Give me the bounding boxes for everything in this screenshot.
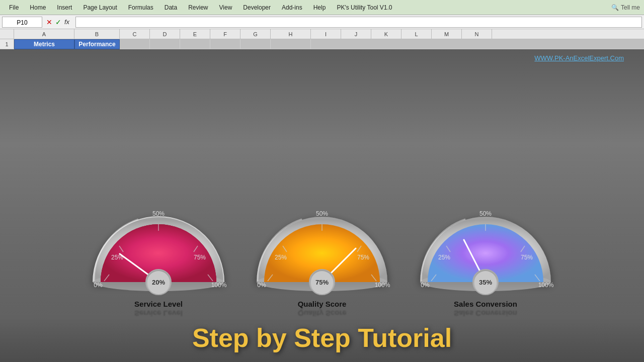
gauge-quality-score-svg: 0% 25% 50% 75% 100% 75% <box>247 187 397 302</box>
gauge-sales-conversion: 0% 25% 50% 75% 100% 35% Sales Conversio <box>410 187 561 318</box>
svg-text:0%: 0% <box>257 282 266 289</box>
gauge3-label: Sales Conversion <box>454 300 517 308</box>
cell-g1[interactable] <box>240 39 271 49</box>
search-icon: 🔍 <box>611 4 619 11</box>
formula-input[interactable] <box>75 17 642 28</box>
gauge-sales-conversion-svg: 0% 25% 50% 75% 100% 35% <box>410 187 561 302</box>
cell-d1[interactable] <box>150 39 180 49</box>
svg-text:100%: 100% <box>538 282 554 289</box>
website-url-container: WWW.PK-AnExcelExpert.Com <box>0 49 644 62</box>
menu-insert[interactable]: Insert <box>52 3 77 12</box>
col-header-i: I <box>311 29 341 39</box>
svg-text:25%: 25% <box>438 254 450 261</box>
formula-bar: P10 ✕ ✓ fx <box>0 15 644 29</box>
fx-label: fx <box>64 18 69 26</box>
menu-data[interactable]: Data <box>159 3 182 12</box>
col-header-h: H <box>271 29 311 39</box>
gauge1-100: 100% <box>211 282 227 289</box>
gauge1-reflection: Service Level <box>134 309 183 318</box>
gauge3-reflection: Sales Conversion <box>454 309 517 318</box>
gauge1-value: 20% <box>152 279 165 286</box>
svg-text:35%: 35% <box>479 279 492 286</box>
svg-text:50%: 50% <box>316 210 328 217</box>
column-header-row: A B C D E F G H I J K L M N <box>0 29 644 39</box>
svg-text:75%: 75% <box>521 254 533 261</box>
row-num-header <box>0 29 14 39</box>
gauge2-label: Quality Score <box>298 300 347 308</box>
gauge-service-level-svg: 0% 25% 50% 75% 100% <box>83 187 234 302</box>
col-header-a: A <box>14 29 74 39</box>
svg-text:75%: 75% <box>315 279 329 286</box>
gauges-area: 0% 25% 50% 75% 100% <box>0 65 644 318</box>
col-header-e: E <box>180 29 210 39</box>
name-box[interactable]: P10 <box>2 17 42 28</box>
table-row: 1 Metrics Performance <box>0 39 644 49</box>
header-metrics[interactable]: Metrics <box>14 39 74 49</box>
tell-me[interactable]: Tell me <box>621 4 640 11</box>
col-header-g: G <box>240 29 271 39</box>
col-header-b: B <box>74 29 120 39</box>
col-header-n: N <box>462 29 492 39</box>
col-header-d: D <box>150 29 180 39</box>
gauge2-reflection: Quality Score <box>298 309 347 318</box>
gauge-quality-score: 0% 25% 50% 75% 100% 75% Quality Score <box>247 187 397 318</box>
cell-c1[interactable] <box>120 39 150 49</box>
menu-bar: File Home Insert Page Layout Formulas Da… <box>0 0 644 15</box>
menu-help[interactable]: Help <box>308 3 331 12</box>
col-header-j: J <box>341 29 371 39</box>
row-num-1: 1 <box>0 39 14 49</box>
col-header-m: M <box>432 29 462 39</box>
col-header-f: F <box>210 29 240 39</box>
tutorial-section: Step by Step Tutorial <box>0 318 644 362</box>
gauge1-0: 0% <box>94 282 103 289</box>
svg-text:75%: 75% <box>357 254 369 261</box>
svg-text:50%: 50% <box>479 210 492 217</box>
tutorial-text: Step by Step Tutorial <box>192 323 452 352</box>
menu-formulas[interactable]: Formulas <box>123 3 158 12</box>
menu-utility[interactable]: PK's Utility Tool V1.0 <box>332 3 397 12</box>
cell-e1[interactable] <box>180 39 210 49</box>
gauge1-50: 50% <box>152 210 165 217</box>
gauge-service-level: 0% 25% 50% 75% 100% <box>83 187 234 318</box>
gauge1-label: Service Level <box>134 300 183 308</box>
col-header-k: K <box>371 29 401 39</box>
menu-pagelayout[interactable]: Page Layout <box>78 3 122 12</box>
menu-view[interactable]: View <box>214 3 237 12</box>
menu-developer[interactable]: Developer <box>238 3 276 12</box>
website-url[interactable]: WWW.PK-AnExcelExpert.Com <box>534 54 624 62</box>
menu-file[interactable]: File <box>4 3 24 12</box>
svg-text:100%: 100% <box>375 282 390 289</box>
cell-f1[interactable] <box>210 39 240 49</box>
gauge1-75: 75% <box>194 254 206 261</box>
menu-review[interactable]: Review <box>183 3 213 12</box>
col-header-l: L <box>401 29 432 39</box>
svg-text:0%: 0% <box>421 282 430 289</box>
confirm-icon[interactable]: ✓ <box>55 18 61 26</box>
col-header-c: C <box>120 29 150 39</box>
visualization-area: WWW.PK-AnExcelExpert.Com <box>0 49 644 362</box>
header-performance[interactable]: Performance <box>74 39 120 49</box>
cancel-icon[interactable]: ✕ <box>46 18 52 26</box>
cell-h1[interactable] <box>271 39 311 49</box>
svg-text:25%: 25% <box>275 254 287 261</box>
menu-home[interactable]: Home <box>25 3 51 12</box>
menu-addins[interactable]: Add-ins <box>277 3 307 12</box>
